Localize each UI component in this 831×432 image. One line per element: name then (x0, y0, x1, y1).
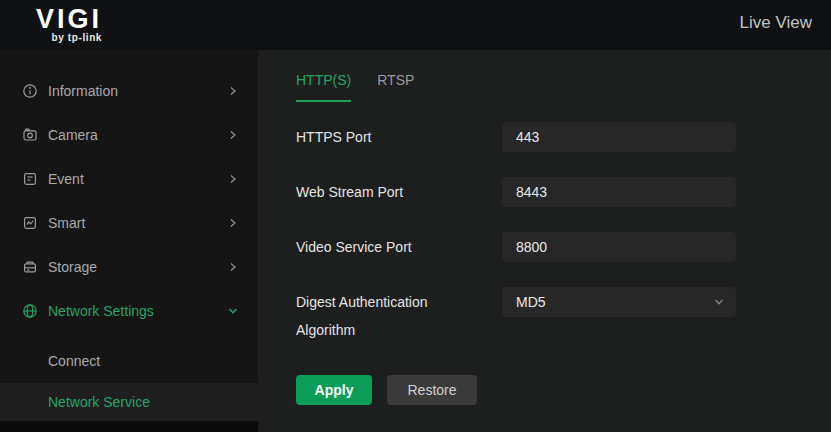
info-icon (22, 83, 38, 99)
sidebar: Information Camera (0, 50, 258, 432)
web-stream-port-label: Web Stream Port (296, 178, 486, 206)
restore-button[interactable]: Restore (387, 375, 477, 405)
sidebar-item-event[interactable]: Event (0, 157, 258, 201)
network-settings-submenu: Connect Network Service (0, 339, 258, 422)
https-port-input[interactable] (502, 122, 736, 152)
sidebar-item-camera[interactable]: Camera (0, 113, 258, 157)
sidebar-nav: Information Camera (0, 50, 258, 422)
digest-auth-selected-value: MD5 (516, 294, 546, 310)
sidebar-item-storage[interactable]: Storage (0, 245, 258, 289)
logo-wordmark: VIGI (36, 5, 102, 33)
digest-auth-label: Digest Authentication Algorithm (296, 288, 486, 344)
sidebar-item-label: Camera (48, 127, 98, 143)
apply-button[interactable]: Apply (296, 375, 372, 405)
sidebar-item-label: Smart (48, 215, 85, 231)
vigi-logo[interactable]: VIGI by tp-link (36, 5, 102, 43)
digest-auth-row: Digest Authentication Algorithm MD5 (296, 287, 756, 317)
tab-https[interactable]: HTTP(S) (296, 72, 351, 102)
sidebar-item-network-settings[interactable]: Network Settings (0, 289, 258, 333)
chevron-right-icon (225, 259, 241, 275)
sidebar-bottom-strip (0, 421, 258, 432)
topbar: VIGI by tp-link Live View (0, 0, 831, 50)
sidebar-item-label: Information (48, 83, 118, 99)
video-service-port-input[interactable] (502, 232, 736, 262)
https-port-label: HTTPS Port (296, 123, 486, 151)
sidebar-item-network-service[interactable]: Network Service (0, 383, 258, 422)
sidebar-item-label: Event (48, 171, 84, 187)
smart-icon (22, 215, 38, 231)
sidebar-item-label: Storage (48, 259, 97, 275)
https-port-row: HTTPS Port (296, 122, 756, 152)
protocol-tabs: HTTP(S) RTSP (296, 72, 414, 102)
chevron-right-icon (225, 171, 241, 187)
video-service-port-row: Video Service Port (296, 232, 756, 262)
digest-auth-select[interactable]: MD5 (502, 287, 736, 317)
event-icon (22, 171, 38, 187)
storage-icon (22, 259, 38, 275)
tab-rtsp[interactable]: RTSP (377, 72, 414, 102)
sidebar-item-information[interactable]: Information (0, 69, 258, 113)
web-stream-port-row: Web Stream Port (296, 177, 756, 207)
video-service-port-label: Video Service Port (296, 233, 486, 261)
chevron-right-icon (225, 127, 241, 143)
form-actions: Apply Restore (296, 375, 477, 405)
chevron-down-icon (225, 303, 241, 319)
sidebar-item-connect[interactable]: Connect (0, 339, 258, 383)
globe-icon (22, 303, 38, 319)
network-service-panel: HTTP(S) RTSP HTTPS Port Web Stream Port … (258, 50, 831, 432)
chevron-right-icon (225, 83, 241, 99)
chevron-down-icon (712, 295, 726, 309)
chevron-right-icon (225, 215, 241, 231)
camera-icon (22, 127, 38, 143)
sidebar-item-label: Network Settings (48, 303, 154, 319)
sidebar-item-smart[interactable]: Smart (0, 201, 258, 245)
live-view-link[interactable]: Live View (740, 13, 812, 33)
web-stream-port-input[interactable] (502, 177, 736, 207)
